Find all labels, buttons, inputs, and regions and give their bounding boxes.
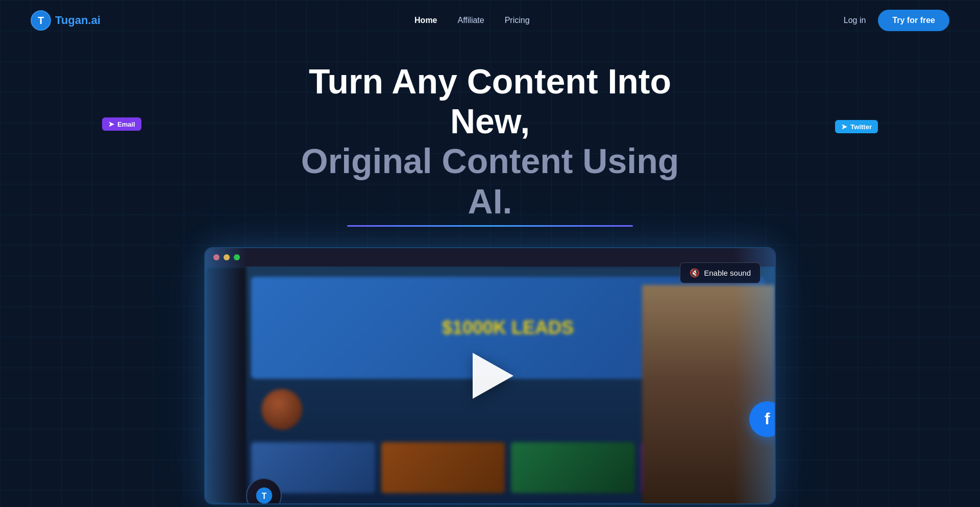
play-button[interactable] [464, 350, 516, 401]
video-section: 🔇 Enable sound $1000K LEADS [194, 247, 786, 504]
logo-link[interactable]: T Tugan.ai [31, 10, 101, 31]
play-triangle-icon [473, 353, 513, 399]
login-link[interactable]: Log in [844, 16, 866, 25]
nav-links: Home Affiliate Pricing [414, 16, 530, 25]
mute-icon: 🔇 [690, 268, 700, 278]
svg-text:T: T [261, 492, 266, 500]
yt-sidebar [205, 267, 246, 503]
yt-thumb-2 [381, 442, 505, 493]
browser-minimize-dot [224, 254, 230, 260]
nav-home[interactable]: Home [414, 16, 437, 25]
navbar: T Tugan.ai Home Affiliate Pricing Log in… [0, 0, 980, 41]
hero-section: Turn Any Content Into New, Original Cont… [0, 41, 980, 227]
logo-icon: T [31, 10, 51, 31]
bottom-logo-icon: T [255, 487, 273, 504]
yt-thumb-3 [511, 442, 635, 493]
try-free-button[interactable]: Try for free [878, 10, 949, 31]
enable-sound-button[interactable]: 🔇 Enable sound [680, 262, 761, 283]
nav-pricing[interactable]: Pricing [505, 16, 530, 25]
hero-headline: Turn Any Content Into New, Original Cont… [286, 61, 694, 221]
nav-right: Log in Try for free [844, 10, 949, 31]
yt-avatar [261, 389, 302, 430]
yt-banner-text: $1000K LEADS [442, 317, 574, 339]
browser-close-dot [213, 254, 219, 260]
hero-content: Turn Any Content Into New, Original Cont… [10, 61, 970, 227]
svg-text:T: T [38, 15, 44, 26]
hero-underline [347, 225, 633, 227]
facebook-icon: f [765, 409, 770, 428]
nav-affiliate[interactable]: Affiliate [458, 16, 484, 25]
video-container: 🔇 Enable sound $1000K LEADS [204, 247, 776, 504]
logo-text: Tugan.ai [55, 14, 101, 27]
enable-sound-label: Enable sound [704, 269, 751, 277]
right-panel-person [642, 285, 775, 503]
browser-maximize-dot [234, 254, 240, 260]
